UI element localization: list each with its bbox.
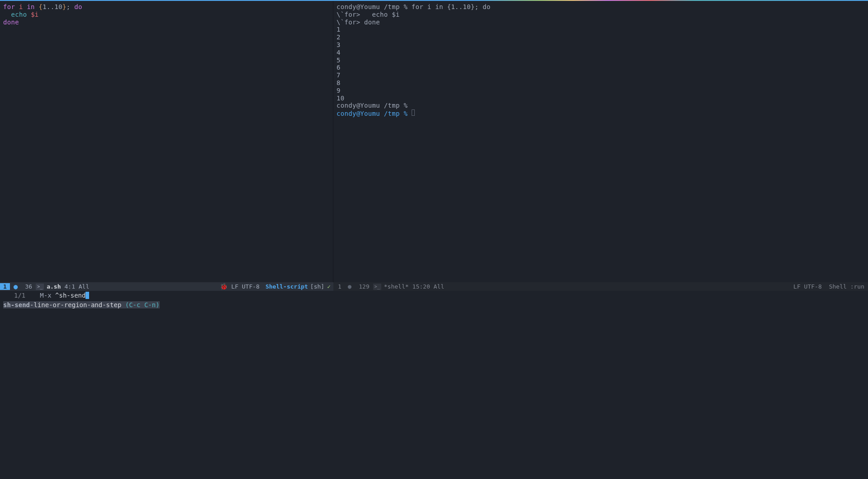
buffer-modified-icon: ● xyxy=(10,282,22,291)
completion-rest: -line-or-region-and-step xyxy=(30,301,121,308)
terminal-icon: >_ xyxy=(373,284,381,290)
token-dollar-i: $i xyxy=(31,11,38,18)
buffer-name-inactive[interactable]: *shell* xyxy=(384,283,409,290)
workspace-indicator[interactable]: 1 xyxy=(0,283,10,290)
term-output: 10 xyxy=(337,95,865,102)
encoding-info-inactive[interactable]: LF UTF-8 xyxy=(790,283,825,290)
workspace-indicator-inactive[interactable]: 1 xyxy=(333,282,344,291)
minibuffer-cursor xyxy=(85,292,89,299)
completion-keybinding: (C-c C-n) xyxy=(125,301,160,308)
term-line: \`for> done xyxy=(337,19,865,26)
term-output: 5 xyxy=(337,57,865,64)
editor-split-container: for i in {1..10}; do echo $i done condy@… xyxy=(0,1,868,282)
terminal-icon: >_ xyxy=(36,284,44,290)
major-mode[interactable]: Shell-script xyxy=(263,283,310,290)
file-size: 129 xyxy=(355,283,373,290)
terminal-pane-right[interactable]: condy@Youmu /tmp % for i in {1..10}; do … xyxy=(333,1,868,282)
code-line-3[interactable]: done xyxy=(3,19,330,26)
statusline-right-pane[interactable]: 1 ● 129 >_ *shell* 15:20 All LF UTF-8 Sh… xyxy=(333,282,868,291)
term-output: 8 xyxy=(337,79,865,87)
check-icon: ✓ xyxy=(324,283,333,290)
match-count: 1/1 xyxy=(3,292,25,299)
minibuffer-line[interactable]: 1/1M-x ^sh-send xyxy=(0,291,868,300)
file-size: 36 xyxy=(21,283,36,290)
buffer-unmodified-icon: ● xyxy=(344,283,355,290)
cursor-position: 4:1 All xyxy=(61,283,93,290)
statusline: 1 ● 36 >_ a.sh 4:1 All 🐞 LF UTF-8 Shell-… xyxy=(0,282,868,291)
major-mode-inactive[interactable]: Shell :run xyxy=(825,283,868,290)
code-line-1[interactable]: for i in {1..10}; do xyxy=(3,3,330,11)
cursor-position: 15:20 All xyxy=(409,283,448,290)
term-line: condy@Youmu /tmp % for i in {1..10}; do xyxy=(337,3,865,11)
term-active-prompt[interactable]: condy@Youmu /tmp % xyxy=(337,109,865,118)
completion-match-part: sh-send xyxy=(3,301,30,308)
token-in: in xyxy=(27,3,34,10)
term-prompt: condy@Youmu /tmp % xyxy=(337,102,865,109)
term-output: 1 xyxy=(337,26,865,33)
bug-icon[interactable]: 🐞 xyxy=(220,283,228,290)
completion-candidate[interactable]: sh-send-line-or-region-and-step (C-c C-n… xyxy=(0,300,868,310)
token-do: do xyxy=(74,3,82,10)
editor-pane-left[interactable]: for i in {1..10}; do echo $i done xyxy=(0,1,333,282)
code-line-2[interactable]: echo $i xyxy=(3,11,330,19)
term-output: 2 xyxy=(337,33,865,41)
statusline-left-pane[interactable]: 1 ● 36 >_ a.sh 4:1 All 🐞 LF UTF-8 Shell-… xyxy=(0,282,333,291)
encoding-info[interactable]: LF UTF-8 xyxy=(228,283,263,290)
token-echo: echo xyxy=(11,11,27,18)
terminal-cursor xyxy=(412,109,415,116)
term-output: 9 xyxy=(337,87,865,95)
term-output: 3 xyxy=(337,41,865,49)
term-output: 7 xyxy=(337,71,865,79)
term-output: 6 xyxy=(337,64,865,71)
buffer-name[interactable]: a.sh xyxy=(47,283,61,290)
term-line: \`for> echo $i xyxy=(337,11,865,19)
token-for: for xyxy=(3,3,15,10)
mode-suffix: [sh] xyxy=(310,283,324,290)
token-var-i: i xyxy=(19,3,23,10)
token-done: done xyxy=(3,19,19,26)
mx-prompt: M-x xyxy=(25,292,55,299)
minibuffer-input[interactable]: ^sh-send xyxy=(55,292,85,299)
term-output: 4 xyxy=(337,49,865,57)
